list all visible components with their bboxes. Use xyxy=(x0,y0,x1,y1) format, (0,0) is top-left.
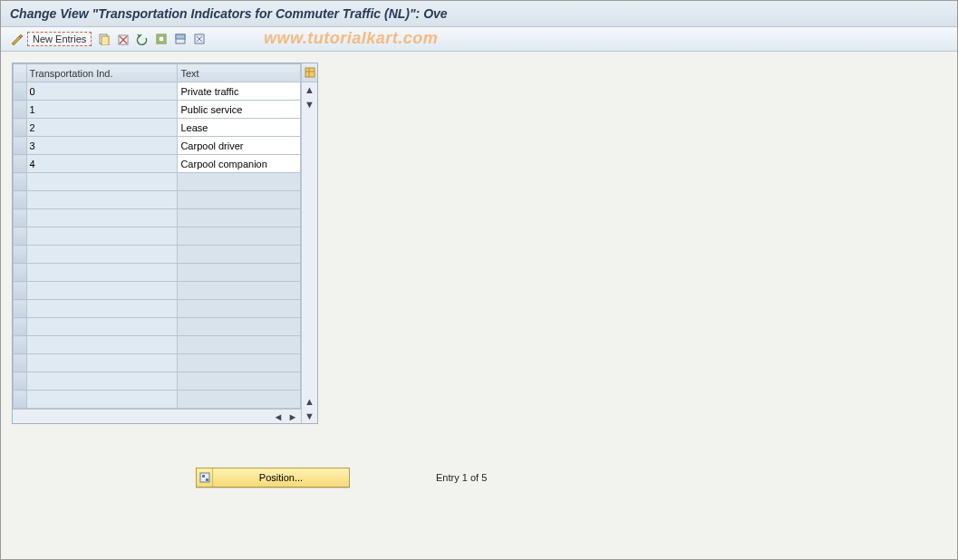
cell-ind[interactable]: 3 xyxy=(26,137,178,155)
row-selector[interactable] xyxy=(14,137,27,155)
empty-cell[interactable] xyxy=(26,336,178,354)
scrollbar-track[interactable] xyxy=(302,111,317,394)
copy-as-icon[interactable] xyxy=(96,31,112,47)
empty-cell[interactable] xyxy=(178,209,301,227)
empty-cell[interactable] xyxy=(178,246,301,264)
empty-cell[interactable] xyxy=(26,246,178,264)
row-selector[interactable] xyxy=(14,246,27,264)
empty-cell[interactable] xyxy=(26,318,178,336)
scroll-right-icon[interactable]: ► xyxy=(286,411,299,422)
empty-cell[interactable] xyxy=(178,300,301,318)
empty-cell[interactable] xyxy=(26,282,178,300)
row-selector[interactable] xyxy=(14,227,27,246)
svg-rect-1 xyxy=(102,36,109,45)
select-block-icon[interactable] xyxy=(172,31,189,47)
empty-cell[interactable] xyxy=(178,354,301,372)
cell-ind[interactable]: 1 xyxy=(26,101,178,119)
position-label: Position... xyxy=(213,472,349,483)
svg-rect-6 xyxy=(159,36,164,42)
cell-ind[interactable]: 2 xyxy=(26,119,178,137)
empty-cell[interactable] xyxy=(26,227,178,246)
row-selector[interactable] xyxy=(14,264,27,282)
row-selector[interactable] xyxy=(14,282,27,300)
data-grid: Transportation Ind. Text 0 Private traff… xyxy=(12,63,318,424)
empty-cell[interactable] xyxy=(178,282,301,300)
svg-rect-8 xyxy=(176,34,185,39)
row-selector[interactable] xyxy=(14,209,27,227)
cell-ind[interactable]: 4 xyxy=(26,155,178,173)
horizontal-scrollbar[interactable]: ◄ ► xyxy=(13,409,301,423)
row-selector[interactable] xyxy=(14,300,27,318)
row-selector[interactable] xyxy=(14,336,27,354)
row-selector-header[interactable] xyxy=(14,64,27,82)
new-entries-button[interactable]: New Entries xyxy=(27,32,92,46)
row-selector[interactable] xyxy=(14,354,27,372)
row-selector[interactable] xyxy=(14,191,27,209)
empty-cell[interactable] xyxy=(178,372,301,391)
row-selector[interactable] xyxy=(14,82,27,101)
empty-cell[interactable] xyxy=(26,300,178,318)
cell-text[interactable]: Private traffic xyxy=(178,82,301,101)
empty-cell[interactable] xyxy=(26,173,178,191)
scroll-down-icon[interactable]: ▼ xyxy=(302,409,317,423)
watermark-text: www.tutorialkart.com xyxy=(264,29,438,48)
cell-text[interactable]: Lease xyxy=(178,119,301,137)
vertical-scrollbar[interactable]: ▲ ▼ ▲ ▼ xyxy=(301,63,317,423)
cell-text[interactable]: Carpool companion xyxy=(178,155,301,173)
svg-rect-12 xyxy=(305,68,314,77)
empty-cell[interactable] xyxy=(26,354,178,372)
grid-table: Transportation Ind. Text 0 Private traff… xyxy=(13,63,301,409)
cell-text[interactable]: Carpool driver xyxy=(178,137,301,155)
row-selector[interactable] xyxy=(14,173,27,191)
empty-cell[interactable] xyxy=(26,209,178,227)
row-selector[interactable] xyxy=(14,155,27,173)
col-header-text[interactable]: Text xyxy=(178,64,301,82)
svg-rect-17 xyxy=(206,478,208,481)
row-selector[interactable] xyxy=(14,391,27,409)
footer-row: Position... Entry 1 of 5 xyxy=(1,468,957,488)
empty-cell[interactable] xyxy=(26,391,178,409)
empty-cell[interactable] xyxy=(178,264,301,282)
empty-cell[interactable] xyxy=(178,173,301,191)
position-button[interactable]: Position... xyxy=(196,468,350,488)
page-title: Change View "Transportation Indicators f… xyxy=(1,1,957,27)
scroll-left-icon[interactable]: ◄ xyxy=(272,411,285,422)
toolbar: New Entries www.tutorialkart.com xyxy=(1,27,957,52)
row-selector[interactable] xyxy=(14,119,27,137)
row-selector[interactable] xyxy=(14,101,27,119)
delete-icon[interactable] xyxy=(115,31,131,47)
svg-rect-16 xyxy=(202,475,205,478)
empty-cell[interactable] xyxy=(26,191,178,209)
row-selector[interactable] xyxy=(14,372,27,391)
empty-cell[interactable] xyxy=(26,264,178,282)
empty-cell[interactable] xyxy=(178,318,301,336)
scroll-down-icon[interactable]: ▼ xyxy=(302,97,317,111)
row-selector[interactable] xyxy=(14,318,27,336)
empty-cell[interactable] xyxy=(178,391,301,409)
empty-cell[interactable] xyxy=(178,191,301,209)
select-all-icon[interactable] xyxy=(153,31,169,47)
toggle-display-change-icon[interactable] xyxy=(8,31,24,47)
empty-cell[interactable] xyxy=(26,372,178,391)
empty-cell[interactable] xyxy=(178,227,301,246)
deselect-all-icon[interactable] xyxy=(191,31,208,47)
entry-status: Entry 1 of 5 xyxy=(436,472,487,483)
col-header-ind[interactable]: Transportation Ind. xyxy=(26,64,178,82)
empty-cell[interactable] xyxy=(178,336,301,354)
configure-columns-icon[interactable] xyxy=(302,63,317,82)
cell-text[interactable]: Public service xyxy=(178,101,301,119)
scroll-up-icon[interactable]: ▲ xyxy=(302,82,317,97)
cell-ind[interactable]: 0 xyxy=(26,82,178,101)
position-icon xyxy=(197,468,213,487)
undo-change-icon[interactable] xyxy=(134,31,150,47)
scroll-up-icon[interactable]: ▲ xyxy=(302,394,317,409)
